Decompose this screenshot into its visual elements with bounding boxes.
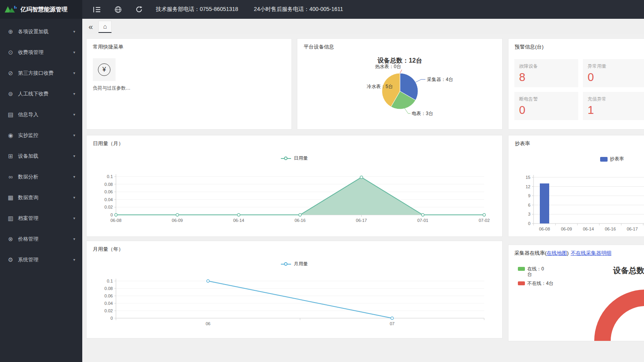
legend-online[interactable]: 在线：0台 (518, 266, 554, 277)
meter-rate-chart[interactable]: 0369121506-0806-0906-1406-1606-1707-0107… (508, 165, 644, 237)
svg-text:06-16: 06-16 (295, 218, 306, 223)
topbar: 技术服务部电话：0755-86051318 24小时售后服务电话：400-005… (82, 0, 644, 19)
sidebar-item-info-import[interactable]: ▤信息导入▾ (0, 104, 82, 125)
sidebar-item-system-management[interactable]: ⚙系统管理▾ (0, 249, 82, 270)
collector-online-title: 采集器在线率(在线地图)不在线采集器明细 (508, 245, 644, 261)
sidebar-item-fee-management[interactable]: ⊙收费项管理▾ (0, 42, 82, 63)
sidebar-item-settings-load[interactable]: ⊕各项设置加载▾ (0, 21, 82, 42)
svg-text:06-17: 06-17 (627, 227, 638, 231)
sidebar-item-third-party-fee[interactable]: ⊘第三方接口收费▾ (0, 63, 82, 83)
chevron-down-icon: ▾ (73, 112, 75, 117)
svg-text:0.06: 0.06 (105, 294, 113, 298)
svg-text:06-14: 06-14 (583, 227, 594, 231)
chevron-down-icon: ▾ (73, 258, 75, 262)
menu-fold-icon[interactable] (86, 0, 107, 19)
chevron-down-icon: ▾ (73, 50, 75, 54)
third-party-fee-icon: ⊘ (7, 70, 14, 77)
sidebar-item-archive-management[interactable]: ▥档案管理▾ (0, 208, 82, 229)
daily-usage-chart[interactable]: 00.020.040.060.080.106-0806-0906-1406-16… (87, 165, 503, 233)
svg-text:12: 12 (526, 184, 530, 189)
svg-text:0.08: 0.08 (105, 182, 113, 187)
svg-text:07: 07 (390, 321, 394, 326)
globe-icon[interactable] (107, 0, 128, 19)
archive-management-icon: ▥ (7, 215, 14, 222)
offline-fee-icon: ⊚ (7, 90, 14, 97)
legend-offline[interactable]: 不在线：4台 (518, 281, 554, 286)
meter-rate-legend[interactable]: 抄表率 (600, 156, 624, 162)
svg-text:07-01: 07-01 (417, 218, 428, 223)
chevron-down-icon: ▾ (73, 175, 75, 179)
refresh-icon[interactable] (128, 0, 150, 19)
data-analysis-icon: ∞ (7, 173, 14, 180)
svg-text:06-08: 06-08 (110, 218, 121, 223)
yen-icon: ¥ (93, 58, 116, 81)
svg-text:9: 9 (528, 193, 530, 198)
svg-text:06-17: 06-17 (356, 218, 367, 223)
service-phone: 技术服务部电话：0755-86051318 (156, 6, 238, 13)
chevron-down-icon: ▾ (73, 154, 75, 158)
svg-text:0: 0 (528, 221, 530, 226)
card-platform-devices: 平台设备信息 设备总数：12台 采集器：4台电表：3台冷水表：5台热水表：0台 (297, 38, 503, 130)
meter-rate-title: 抄表率 (508, 135, 644, 152)
sidebar-item-live-monitor[interactable]: ◉实抄监控▾ (0, 125, 82, 146)
price-management-icon: ⊗ (7, 236, 14, 243)
quick-menu-title: 常用快捷菜单 (87, 39, 291, 55)
shortcut-load-overvoltage-params[interactable]: ¥ 负荷与过压参数… (93, 58, 136, 92)
alerts-title: 预警信息(台) (508, 39, 644, 55)
tabbar: « ⌂ (82, 19, 644, 34)
chevron-down-icon: ▾ (73, 71, 75, 75)
sidebar-item-device-load[interactable]: ⊞设备加载▾ (0, 146, 82, 166)
chevron-down-icon: ▾ (73, 133, 75, 137)
svg-text:0.04: 0.04 (105, 197, 113, 202)
platform-devices-title: 平台设备信息 (297, 39, 502, 55)
device-pie-chart[interactable]: 采集器：4台电表：3台冷水表：5台热水表：0台 (297, 62, 503, 130)
stat-power-off-alarm: 断电告警 0 (514, 92, 578, 120)
settings-load-icon: ⊕ (7, 28, 14, 35)
svg-text:0.02: 0.02 (105, 308, 113, 313)
chevron-down-icon: ▾ (73, 195, 75, 200)
tab-home[interactable]: ⌂ (98, 21, 112, 33)
online-swatch-icon (518, 267, 525, 271)
chevron-down-icon: ▾ (73, 29, 75, 34)
svg-text:冷水表：5台: 冷水表：5台 (367, 84, 393, 89)
shortcut-label: 负荷与过压参数… (93, 85, 134, 92)
sidebar-item-data-query[interactable]: ▦数据查询▾ (0, 187, 82, 208)
svg-text:电表：3台: 电表：3台 (412, 111, 433, 116)
svg-text:0: 0 (110, 316, 113, 321)
sidebar-item-price-management[interactable]: ⊗价格管理▾ (0, 229, 82, 249)
chevron-down-icon: ▾ (73, 216, 75, 220)
offline-collectors-detail-link[interactable]: 不在线采集器明细 (571, 250, 611, 256)
device-total-label: 设备总数 (613, 265, 644, 276)
monthly-usage-title: 月用量（年） (87, 241, 502, 258)
svg-text:06-09: 06-09 (561, 227, 572, 231)
home-icon: ⌂ (103, 23, 107, 30)
after-sales-phone: 24小时售后服务电话：400-005-1611 (254, 6, 343, 13)
svg-text:0.1: 0.1 (107, 174, 113, 179)
svg-text:热水表：0台: 热水表：0台 (375, 64, 401, 69)
system-management-icon: ⚙ (7, 256, 14, 263)
stat-abnormal-usage: 异常用量 0 (583, 59, 644, 87)
collapse-sidebar-button[interactable]: « (89, 23, 93, 31)
monthly-usage-legend[interactable]: 月用量 (87, 261, 502, 267)
sidebar-item-data-analysis[interactable]: ∞数据分析▾ (0, 166, 82, 187)
svg-text:06-09: 06-09 (172, 218, 183, 223)
card-alerts: 预警信息(台) 故障设备 8 异常用量 0 断电告警 0 充值异常 1 (508, 38, 644, 130)
stat-fault-devices: 故障设备 8 (514, 59, 578, 87)
live-monitor-icon: ◉ (7, 132, 14, 139)
svg-text:06-08: 06-08 (539, 227, 550, 231)
svg-text:3: 3 (528, 212, 530, 216)
line-legend-icon (281, 157, 291, 160)
svg-text:0.04: 0.04 (105, 301, 113, 306)
offline-swatch-icon (518, 281, 525, 285)
svg-text:15: 15 (526, 175, 530, 180)
sidebar-item-offline-fee[interactable]: ⊚人工线下收费▾ (0, 83, 82, 104)
svg-text:06-14: 06-14 (233, 218, 244, 223)
online-map-link[interactable]: 在线地图 (546, 250, 567, 256)
svg-text:6: 6 (528, 203, 530, 207)
daily-usage-legend[interactable]: 日用量 (87, 155, 502, 162)
monthly-usage-chart[interactable]: 00.020.040.060.080.10607 (87, 270, 503, 339)
device-load-icon: ⊞ (7, 153, 14, 160)
app-logo (4, 4, 17, 14)
svg-text:0.02: 0.02 (105, 205, 113, 209)
info-import-icon: ▤ (7, 111, 14, 118)
